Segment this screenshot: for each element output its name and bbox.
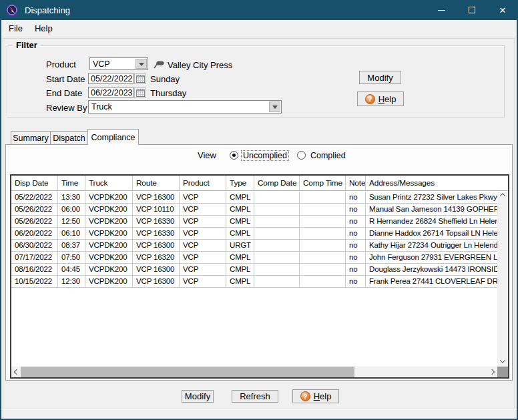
- cell-disp-date: 05/22/2022: [11, 192, 58, 203]
- cell-type: CMPL: [226, 252, 254, 263]
- chevron-down-icon: [139, 63, 144, 69]
- cell-truck: VCPDK200: [85, 240, 133, 251]
- dispatching-window: Dispatching ✕ FileHelp Filter Product VC…: [0, 0, 518, 420]
- chevron-left-icon: [14, 369, 19, 375]
- cell-note: no: [346, 264, 366, 275]
- column-header-address-messages[interactable]: Address/Messages: [366, 176, 508, 190]
- radio-uncomplied[interactable]: [230, 151, 238, 160]
- flag-icon: [153, 57, 166, 72]
- column-header-time[interactable]: Time: [58, 176, 85, 190]
- table-header: Disp DateTimeTruckRouteProductTypeComp D…: [11, 176, 508, 191]
- footer-refresh-button[interactable]: Refresh: [232, 390, 278, 403]
- filter-help-button[interactable]: ? Help: [357, 91, 404, 106]
- view-label: View: [198, 150, 216, 160]
- filter-legend: Filter: [13, 40, 41, 50]
- cell-type: CMPL: [226, 276, 254, 287]
- cell-type: CMPL: [226, 264, 254, 275]
- tab-strip: SummaryDispatchCompliance: [11, 129, 138, 145]
- cell-truck: VCPDK200: [85, 276, 133, 287]
- table-row[interactable]: 05/26/202212:50VCPDK200VCP 16330VCPCMPLn…: [11, 216, 497, 228]
- cell-address-messages: John Ferguson 27931 EVERGREEN LN HE: [366, 252, 497, 263]
- column-header-truck[interactable]: Truck: [85, 176, 133, 190]
- table-row[interactable]: 07/17/202207:50VCPDK200VCP 16320VCPCMPLn…: [11, 252, 497, 264]
- product-combobox-arrow[interactable]: [136, 59, 147, 69]
- tab-dispatch[interactable]: Dispatch: [50, 131, 88, 145]
- cell-disp-date: 05/26/2022: [11, 204, 58, 215]
- help-question-icon: ?: [300, 391, 310, 401]
- cell-time: 12:50: [58, 216, 85, 227]
- column-header-type[interactable]: Type: [226, 176, 254, 190]
- cell-route: VCP 16300: [133, 240, 180, 251]
- cell-time: 06:00: [58, 204, 85, 215]
- tab-summary[interactable]: Summary: [11, 131, 51, 145]
- cell-type: CMPL: [226, 204, 254, 215]
- chevron-down-icon: [500, 357, 505, 363]
- minimize-button[interactable]: [426, 0, 457, 20]
- scroll-up-button[interactable]: [497, 192, 508, 202]
- close-button[interactable]: ✕: [487, 0, 518, 20]
- chevron-down-icon: [272, 106, 278, 112]
- cell-note: no: [346, 228, 366, 239]
- column-header-note[interactable]: Note: [346, 176, 366, 190]
- vertical-scrollbar[interactable]: [497, 192, 508, 367]
- scroll-right-button[interactable]: [487, 367, 497, 377]
- cell-address-messages: R Hernandez 26824 Sheffield Ln Helenda: [366, 216, 497, 227]
- column-header-product[interactable]: Product: [180, 176, 226, 190]
- cell-truck: VCPDK200: [85, 192, 133, 203]
- view-option-complied[interactable]: Complied: [297, 151, 347, 160]
- footer-help-button[interactable]: ? Help: [292, 389, 339, 403]
- column-header-disp-date[interactable]: Disp Date: [11, 176, 58, 190]
- table-body: 05/22/202213:30VCPDK200VCP 16300VCPCMPLn…: [11, 192, 497, 367]
- cell-address-messages: Douglass Jerzykowski 14473 IRONSIDES: [366, 264, 497, 275]
- cell-comp-time: [300, 228, 346, 239]
- column-header-comp-time[interactable]: Comp Time: [300, 176, 346, 190]
- scroll-down-button[interactable]: [497, 356, 508, 367]
- start-date-input[interactable]: 05/22/2022: [88, 73, 134, 84]
- end-date-label: End Date: [46, 88, 82, 98]
- horizontal-scroll-thumb[interactable]: [21, 367, 354, 377]
- close-icon: ✕: [499, 6, 507, 15]
- column-header-comp-date[interactable]: Comp Date: [254, 176, 300, 190]
- horizontal-scrollbar[interactable]: [11, 367, 497, 377]
- filter-modify-button[interactable]: Modify: [359, 71, 401, 84]
- cell-comp-date: [254, 204, 300, 215]
- table-row[interactable]: 05/26/202206:00VCPDK200VCP 10110VCPCMPLn…: [11, 204, 497, 216]
- table-row[interactable]: 06/30/202208:37VCPDK200VCP 16300VCPURGTn…: [11, 240, 497, 252]
- cell-type: CMPL: [226, 228, 254, 239]
- review-by-combobox-arrow[interactable]: [269, 101, 280, 112]
- title-bar: Dispatching ✕: [0, 0, 518, 20]
- cell-time: 06:10: [58, 228, 85, 239]
- maximize-button[interactable]: [457, 0, 487, 20]
- cell-disp-date: 06/20/2022: [11, 228, 58, 239]
- cell-route: VCP 16300: [133, 264, 180, 275]
- filter-group: Filter Product VCP Valley City Press Sta…: [7, 45, 505, 118]
- cell-product: VCP: [180, 228, 226, 239]
- review-by-combobox-value: Truck: [91, 102, 112, 112]
- product-name-text: Valley City Press: [168, 60, 232, 70]
- menu-item-file[interactable]: File: [3, 21, 29, 36]
- footer-modify-button[interactable]: Modify: [182, 390, 214, 403]
- menu-item-help[interactable]: Help: [29, 21, 59, 36]
- start-date-calendar-button[interactable]: [134, 73, 146, 84]
- review-by-combobox[interactable]: Truck: [88, 100, 282, 114]
- cell-route: VCP 16300: [133, 276, 180, 287]
- cell-note: no: [346, 252, 366, 263]
- table-row[interactable]: 08/16/202204:45VCPDK200VCP 16300VCPCMPLn…: [11, 264, 497, 276]
- cell-truck: VCPDK200: [85, 252, 133, 263]
- product-label: Product: [46, 59, 76, 69]
- cell-route: VCP 10110: [133, 204, 180, 215]
- compass-icon: [6, 4, 18, 16]
- window-title: Dispatching: [25, 5, 70, 15]
- end-date-input[interactable]: 06/22/2023: [88, 87, 134, 98]
- table-row[interactable]: 10/15/202212:30VCPDK200VCP 16300VCPCMPLn…: [11, 276, 497, 288]
- view-option-uncomplied[interactable]: Uncomplied: [230, 151, 288, 160]
- radio-complied[interactable]: [297, 151, 306, 160]
- end-date-calendar-button[interactable]: [134, 87, 146, 98]
- column-header-route[interactable]: Route: [133, 176, 180, 190]
- cell-route: VCP 16330: [133, 228, 180, 239]
- table-row[interactable]: 06/20/202206:10VCPDK200VCP 16330VCPCMPLn…: [11, 228, 497, 240]
- table-row[interactable]: 05/22/202213:30VCPDK200VCP 16300VCPCMPLn…: [11, 192, 497, 204]
- product-combobox[interactable]: VCP: [89, 57, 148, 70]
- tab-compliance[interactable]: Compliance: [87, 129, 139, 145]
- cell-time: 08:37: [58, 240, 85, 251]
